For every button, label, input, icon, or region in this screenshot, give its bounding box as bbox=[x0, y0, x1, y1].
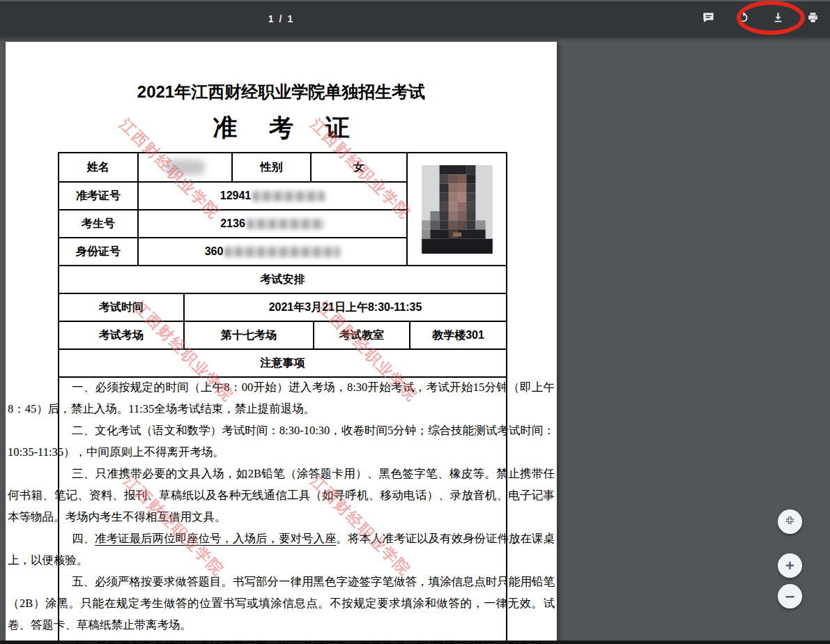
exam-time-label: 考试时间 bbox=[59, 294, 183, 321]
toolbar-shadow bbox=[0, 36, 830, 42]
plus-icon: + bbox=[785, 557, 794, 575]
fit-to-page-button[interactable] bbox=[778, 509, 802, 534]
notice-paragraph-4: 四、准考证最后两位即座位号，入场后，要对号入座。将本人准考证以及有效身份证件放在… bbox=[8, 528, 555, 571]
exam-venue-value: 第十七考场 bbox=[183, 322, 313, 348]
ticket-number-redacted bbox=[252, 191, 325, 201]
candidate-info-section: 姓名 性别 女 准考证号 12941 考生号 bbox=[59, 153, 506, 265]
gender-label: 性别 bbox=[231, 153, 310, 181]
page-number-input[interactable]: 1 bbox=[268, 13, 275, 24]
exam-time-value: 2021年3月21日上午8:30-11:35 bbox=[183, 294, 506, 321]
annotate-button[interactable] bbox=[691, 1, 725, 36]
zoom-in-button[interactable]: + bbox=[778, 553, 802, 578]
exam-schedule-header: 考试安排 bbox=[59, 265, 506, 293]
notice-paragraph-1: 一、必须按规定的时间（上午8：00开始）进入考场，8:30开始考试，考试开始15… bbox=[8, 376, 555, 420]
page-indicator: 1 / 1 bbox=[0, 1, 562, 36]
exam-venue-label: 考试考场 bbox=[59, 322, 183, 348]
ticket-number-value: 12941 bbox=[137, 183, 406, 209]
rotate-clockwise-icon bbox=[737, 11, 750, 27]
id-number-redacted bbox=[224, 247, 340, 257]
notice-paragraph-2: 二、文化考试（语文和数学）考试时间：8:30-10:30，收卷时间5分钟；综合技… bbox=[8, 420, 555, 463]
photo-cell bbox=[406, 153, 506, 265]
notice-paragraph-3: 三、只准携带必要的文具入场，如2B铅笔（涂答题卡用）、黑色签字笔、橡皮等。禁止携… bbox=[8, 463, 555, 528]
candidate-number-value: 2136 bbox=[137, 210, 406, 237]
notice-paragraph-5: 五、必须严格按要求做答题目。书写部分一律用黑色字迹签字笔做答，填涂信息点时只能用… bbox=[8, 571, 555, 636]
notice-header: 注意事项 bbox=[59, 348, 506, 376]
comment-annotate-icon bbox=[702, 11, 715, 27]
name-label: 姓名 bbox=[59, 153, 137, 181]
admission-ticket-title: 准 考 证 bbox=[6, 112, 557, 144]
exam-room-label: 考试教室 bbox=[313, 322, 409, 348]
page-separator: / bbox=[279, 13, 283, 24]
notice-paragraph-6: 六、考生进入考点校园，必须佩带口罩，出示考试证件，测量体温，扫“赣通码”验证，配… bbox=[8, 636, 555, 644]
minus-icon: − bbox=[785, 587, 794, 606]
candidate-number-redacted bbox=[247, 219, 325, 229]
zoom-out-button[interactable]: − bbox=[778, 584, 802, 608]
download-icon bbox=[771, 11, 785, 27]
candidate-number-label: 考生号 bbox=[59, 210, 137, 237]
id-number-label: 身份证号 bbox=[59, 238, 137, 265]
exam-room-value: 教学楼301 bbox=[409, 322, 506, 348]
print-button[interactable] bbox=[795, 1, 830, 36]
toolbar-actions bbox=[691, 1, 830, 36]
pdf-page: 江西财经职业学院 江西财经职业学院 江西财经职业学院 江西财经职业学院 江西财经… bbox=[6, 42, 557, 644]
notice-underlined-text: 准考证最后两位即座位号，入场后，要对号入座 bbox=[95, 532, 337, 545]
rotate-button[interactable] bbox=[725, 1, 760, 36]
name-value-redacted bbox=[165, 160, 206, 175]
page-total: 1 bbox=[287, 13, 293, 24]
notice-text: 一、必须按规定的时间（上午8：00开始）进入考场，8:30开始考试，考试开始15… bbox=[8, 376, 555, 644]
download-button[interactable] bbox=[760, 1, 795, 36]
print-icon bbox=[806, 11, 820, 27]
id-number-value: 360 bbox=[137, 238, 406, 265]
fit-to-page-icon bbox=[784, 514, 796, 529]
name-value-cell bbox=[137, 153, 231, 181]
document-title: 2021年江西财经职业学院单独招生考试 bbox=[6, 81, 557, 103]
candidate-photo bbox=[422, 165, 493, 254]
pdf-viewer-window: 1 / 1 江西财经职业学院 江西财经职业学院 bbox=[0, 0, 830, 644]
gender-value: 女 bbox=[310, 153, 406, 181]
ticket-number-label: 准考证号 bbox=[59, 183, 137, 209]
